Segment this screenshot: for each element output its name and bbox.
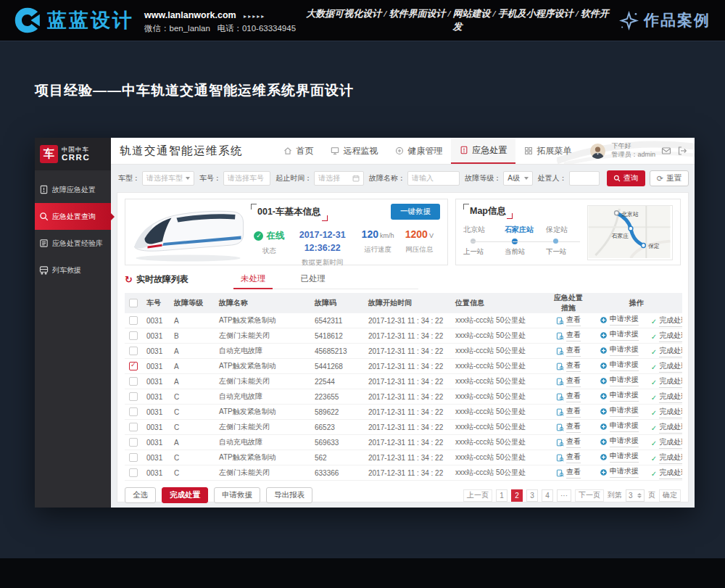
row-checkbox[interactable] [129,407,138,416]
cell-fault-level: A [170,344,215,359]
row-checkbox[interactable] [129,453,138,462]
cell-fault-name: 自动充电故障 [215,389,310,405]
tab-emergency-handling[interactable]: 应急处置 [451,138,515,164]
row-checkbox[interactable] [129,423,138,431]
page-number[interactable]: 4 [542,489,553,502]
fault-table-body: 0031 A ATP触发紧急制动 6542311 2017-12-31 11 :… [125,313,682,481]
page-number[interactable]: ··· [557,489,571,502]
row-checkbox[interactable] [129,438,138,447]
select-all-checkbox[interactable] [129,299,138,307]
complete-handling-link[interactable]: ✓ 完成处理 [651,437,682,449]
request-assist-link[interactable]: 申请求援 [600,390,639,402]
view-link[interactable]: 查看 [556,391,581,402]
tab-handled[interactable]: 已处理 [293,273,333,289]
sidebar-item-fault-emergency[interactable]: 故障应急处置 [35,176,111,203]
complete-handling-link[interactable]: ✓ 完成处理 [651,422,682,434]
page-number[interactable]: 2 [511,489,523,502]
page-number[interactable]: 1 [496,489,508,502]
row-checkbox[interactable] [129,316,138,325]
fault-level-select[interactable]: A级 [503,171,532,186]
portfolio-link[interactable]: 作品案例 [619,10,710,30]
stepper-icon [637,493,642,498]
time-range-picker[interactable]: 请选择 [314,171,364,186]
avatar[interactable] [590,144,605,159]
train-image [128,202,248,260]
complete-handling-button[interactable]: 完成处置 [162,487,208,503]
request-assist-link[interactable]: 申请求援 [600,451,639,463]
tab-remote-monitor[interactable]: 远程监视 [322,138,386,164]
row-checkbox[interactable] [129,377,138,386]
tab-health-management[interactable]: 健康管理 [386,138,451,164]
cell-start-time: 2017-12-31 11 : 34 : 22 [364,374,451,389]
fault-level-label: 故障等级： [465,173,501,183]
request-assist-link[interactable]: 申请求援 [600,344,639,356]
logout-icon[interactable] [677,146,687,156]
cards-row: 001-车基本信息 一键救援 ✓ 在线 状态 [125,199,681,265]
sidebar-item-experience-library[interactable]: 应急处置经验库 [35,230,111,257]
complete-handling-link[interactable]: ✓ 完成处理 [651,361,682,373]
reset-button[interactable]: ⟳ 重置 [650,170,689,186]
fault-name-input[interactable]: 请输入 [407,171,460,186]
request-assist-link[interactable]: 申请求援 [600,405,639,417]
view-link[interactable]: 查看 [556,360,581,372]
tab-home[interactable]: 首页 [275,138,322,164]
next-page-button[interactable]: 下一页 [575,489,604,502]
vehicle-no-input[interactable]: 请选择车号 [223,171,270,186]
complete-handling-link[interactable]: ✓ 完成处理 [651,346,682,357]
view-link[interactable]: 查看 [556,436,581,448]
handler-input[interactable] [569,171,600,186]
select-all-button[interactable]: 全选 [125,487,156,503]
vehicle-type-select[interactable]: 请选择车型 [142,171,194,186]
check-icon: ✓ [651,348,657,356]
page-number[interactable]: 3 [526,489,538,502]
view-link[interactable]: 查看 [556,330,581,341]
request-assist-link[interactable]: 申请求援 [600,436,639,447]
complete-handling-link[interactable]: ✓ 完成处理 [651,376,682,388]
row-checkbox[interactable] [129,347,138,355]
row-checkbox[interactable] [129,392,138,401]
export-report-button[interactable]: 导出报表 [266,487,312,503]
view-link[interactable]: 查看 [556,452,581,463]
view-doc-icon [556,378,564,386]
view-link[interactable]: 查看 [556,376,581,387]
request-assist-link[interactable]: 申请求援 [600,375,639,386]
row-checkbox[interactable] [129,468,138,477]
sidebar-item-emergency-query[interactable]: 应急处置查询 [35,203,111,230]
cell-fault-code: 22544 [310,374,364,389]
row-checkbox[interactable] [129,331,138,340]
request-assist-link[interactable]: 申请求援 [600,421,639,432]
view-link[interactable]: 查看 [556,467,581,479]
tab-extended-menu[interactable]: 拓展菜单 [515,138,580,164]
view-link[interactable]: 查看 [556,345,581,357]
row-checkbox[interactable] [129,362,138,370]
cell-train-no: 0031 [142,450,170,465]
mail-icon[interactable] [661,146,671,156]
complete-handling-link[interactable]: ✓ 完成处理 [651,331,682,342]
view-link[interactable]: 查看 [556,406,581,418]
one-key-rescue-button[interactable]: 一键救援 [391,204,440,220]
tab-unhandled[interactable]: 未处理 [233,273,273,289]
view-link[interactable]: 查看 [556,315,581,326]
view-link[interactable]: 查看 [556,421,581,433]
station-dot [553,239,558,244]
complete-handling-link[interactable]: ✓ 完成处理 [651,452,682,464]
complete-handling-link[interactable]: ✓ 完成处理 [651,468,682,479]
train-icon [39,265,49,275]
search-button[interactable]: 查询 [607,170,645,186]
stage: 项目经验——中车轨道交通智能运维系统界面设计 车 中国中车 CRRC 故障应急处… [0,41,725,588]
goto-page-input[interactable]: 3 [626,489,645,502]
cell-fault-code: 562 [310,450,364,465]
request-assist-link[interactable]: 申请求援 [600,314,639,326]
confirm-page-button[interactable]: 确定 [659,489,681,502]
complete-handling-link[interactable]: ✓ 完成处理 [651,315,682,327]
table-footer-bar: 全选 完成处置 申请救援 导出报表 上一页 1 2 3 4 ··· 下一页 到第… [125,487,681,503]
sidebar-item-train-rescue[interactable]: 列车救援 [35,257,111,283]
prev-page-button[interactable]: 上一页 [463,489,492,502]
complete-handling-link[interactable]: ✓ 完成处理 [651,392,682,403]
request-rescue-button[interactable]: 申请救援 [214,487,260,503]
request-assist-link[interactable]: 申请求援 [600,360,639,371]
request-assist-link[interactable]: 申请求援 [600,466,639,478]
request-assist-link[interactable]: 申请求援 [600,329,639,341]
col-train-no: 车号 [142,293,170,313]
complete-handling-link[interactable]: ✓ 完成处理 [651,407,682,418]
